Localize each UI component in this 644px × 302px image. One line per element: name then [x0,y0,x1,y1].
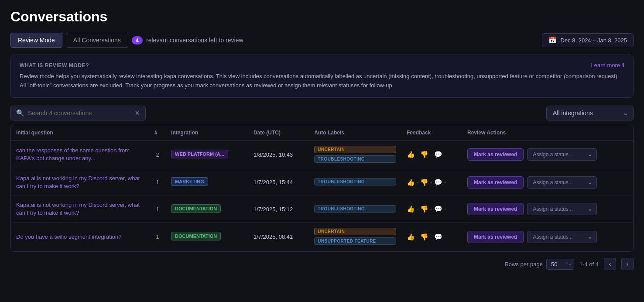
review-actions-col: Mark as reviewedAssign a status...Missin… [462,140,633,169]
tabs-row: Review Mode All Conversations 4 relevant… [10,33,634,48]
integrations-select[interactable]: All integrations Web Platform Marketing … [546,106,634,120]
thumbs-down-icon[interactable]: 👎 [420,233,428,241]
fb-sep1: - [417,233,418,240]
date-col: 1/7/2025, 08:41 [248,223,309,251]
question-link[interactable]: can the responses of the same question f… [16,147,130,161]
assign-status-select[interactable]: Assign a status...Missing ContentTrouble… [527,231,597,243]
info-box-title: WHAT IS REVIEW MODE? [20,62,89,69]
question-link[interactable]: Kapa.ai is not working in my Discord ser… [16,175,140,189]
relevant-text: relevant conversations left to review [146,37,243,44]
mark-reviewed-button[interactable]: Mark as reviewed [467,231,524,243]
question-link[interactable]: Do you have a twilio segment integration… [16,233,121,240]
fb-sep3: - [444,206,446,213]
label-badge: TROUBLESHOOTING [314,178,396,185]
comment-icon[interactable]: 💬 [434,178,442,186]
table-body: can the responses of the same question f… [11,140,633,251]
thumbs-down-icon[interactable]: 👎 [420,205,428,213]
labels-col: TROUBLESHOOTING [309,169,401,196]
date-range-selector[interactable]: 📅 Dec 8, 2024 – Jan 8, 2025 [542,33,634,47]
table-row: Kapa.ai is not working in my Discord ser… [11,196,633,222]
integrations-select-wrapper: All integrations Web Platform Marketing … [546,106,634,120]
clear-icon[interactable]: ✕ [135,110,140,117]
fb-sep2: - [430,179,432,185]
calendar-icon: 📅 [548,36,557,44]
thumbs-up-icon[interactable]: 👍 [407,151,415,158]
integration-col: DOCUMENTATION [166,223,248,251]
fb-sep2: - [430,151,432,158]
thumbs-down-icon[interactable]: 👎 [420,178,428,186]
integration-badge: WEB PLATFORM (A... [171,150,228,158]
feedback-col: 👍 - 👎 - 💬 - [401,196,462,222]
comment-icon[interactable]: 💬 [434,205,442,213]
fb-sep2: - [430,233,432,240]
tab-review-mode[interactable]: Review Mode [10,33,62,48]
fb-sep3: - [444,233,446,240]
assign-status-select[interactable]: Assign a status...Missing ContentTrouble… [527,203,597,215]
assign-status-wrapper: Assign a status...Missing ContentTrouble… [527,231,597,243]
mark-reviewed-button[interactable]: Mark as reviewed [467,176,524,189]
integration-col: DOCUMENTATION [166,196,248,222]
search-box[interactable]: 🔍 ✕ [10,106,146,120]
mark-reviewed-button[interactable]: Mark as reviewed [467,148,524,161]
num-col: 1 [149,196,166,222]
num-col: 1 [149,223,166,251]
learn-more-link[interactable]: Learn more ℹ [591,62,624,69]
col-header-labels: Auto Labels [309,125,401,141]
mark-reviewed-button[interactable]: Mark as reviewed [467,203,524,215]
table-row: Kapa.ai is not working in my Discord ser… [11,169,633,196]
review-actions-col: Mark as reviewedAssign a status...Missin… [462,169,633,196]
thumbs-up-icon[interactable]: 👍 [407,178,415,186]
col-header-num: # [149,125,166,141]
labels-col: TROUBLESHOOTING [309,196,401,222]
assign-status-select[interactable]: Assign a status...Missing ContentTrouble… [527,176,597,189]
tab-all-conversations[interactable]: All Conversations [66,33,128,48]
next-page-button[interactable]: › [621,258,634,270]
tabs-left: Review Mode All Conversations 4 relevant… [10,33,243,48]
thumbs-up-icon[interactable]: 👍 [407,233,415,241]
comment-icon[interactable]: 💬 [434,233,442,241]
prev-page-button[interactable]: ‹ [604,258,616,270]
col-header-question: Initial question [11,125,149,141]
assign-status-select[interactable]: Assign a status...Missing ContentTrouble… [527,148,597,161]
fb-sep1: - [417,206,418,213]
rpp-select-wrapper: 10 25 50 100 [546,259,574,270]
integration-col: WEB PLATFORM (A... [166,140,248,169]
feedback-col: 👍 - 👎 - 💬 - [401,223,462,251]
integration-badge: MARKETING [171,177,208,186]
conversations-table-container: Initial question # Integration Date (UTC… [10,125,634,252]
thumbs-down-icon[interactable]: 👎 [420,151,428,158]
fb-sep1: - [417,179,418,185]
table-row: Do you have a twilio segment integration… [11,223,633,251]
label-badge: UNCERTAIN [314,228,396,235]
label-badge: TROUBLESHOOTING [314,205,396,213]
info-box-header: WHAT IS REVIEW MODE? Learn more ℹ [20,62,624,69]
thumbs-up-icon[interactable]: 👍 [407,205,415,213]
feedback-col: 👍 - 👎 - 💬 - [401,140,462,169]
question-link[interactable]: Kapa.ai is not working in my Discord ser… [16,202,140,216]
assign-status-wrapper: Assign a status...Missing ContentTrouble… [527,148,597,161]
review-actions-col: Mark as reviewedAssign a status...Missin… [462,223,633,251]
rows-per-page-select[interactable]: 10 25 50 100 [546,259,574,270]
integration-badge: DOCUMENTATION [171,204,221,213]
info-icon: ℹ [622,62,624,69]
label-badge: TROUBLESHOOTING [314,155,396,163]
toolbar: 🔍 ✕ All integrations Web Platform Market… [10,106,634,120]
comment-icon[interactable]: 💬 [434,151,442,158]
search-input[interactable] [28,110,131,117]
date-col: 1/8/2025, 10:43 [248,140,309,169]
fb-sep3: - [444,151,446,158]
integration-col: MARKETING [166,169,248,196]
page-info: 1-4 of 4 [579,261,599,268]
info-box: WHAT IS REVIEW MODE? Learn more ℹ Review… [10,55,634,98]
page-title: Conversations [10,9,634,25]
labels-col: UNCERTAINUNSUPPORTED FEATURE [309,223,401,251]
fb-sep3: - [444,179,446,185]
label-badge: UNCERTAIN [314,146,396,153]
num-col: 1 [149,169,166,196]
conversations-table: Initial question # Integration Date (UTC… [11,125,633,252]
conversations-badge: 4 [132,36,143,45]
date-col: 1/7/2025, 15:44 [248,169,309,196]
pagination-row: Rows per page 10 25 50 100 1-4 of 4 ‹ › [10,252,634,272]
search-icon: 🔍 [16,109,24,117]
feedback-col: 👍 - 👎 - 💬 - [401,169,462,196]
